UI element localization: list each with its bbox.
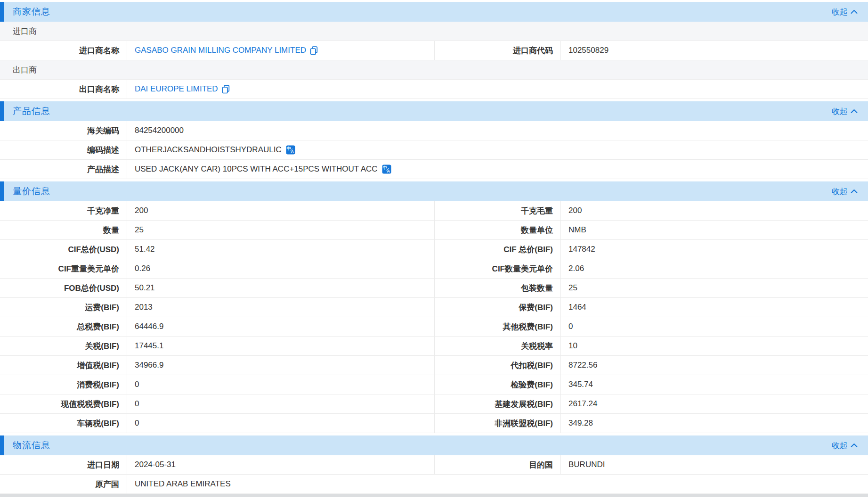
- section-header: 物流信息收起: [0, 435, 868, 455]
- field-value: 50.21: [135, 283, 155, 293]
- collapse-button[interactable]: 收起: [832, 7, 868, 17]
- collapse-button[interactable]: 收起: [832, 106, 868, 117]
- company-link[interactable]: GASABO GRAIN MILLING COMPANY LIMITED: [135, 46, 318, 55]
- field-value: 1464: [568, 303, 586, 312]
- svg-text:A: A: [387, 168, 390, 173]
- collapse-label: 收起: [832, 440, 848, 451]
- field-value: 345.74: [568, 380, 593, 389]
- field-label: 出口商名称: [0, 80, 127, 99]
- field-label: 代扣税(BIF): [435, 356, 561, 375]
- row-right-half: 包装数量25: [434, 279, 868, 297]
- field-value: 2617.24: [568, 399, 597, 409]
- row-left-half: 原产国UNITED ARAB EMIRATES: [0, 475, 434, 493]
- chevron-up-icon: [851, 9, 858, 14]
- field-label: 现值税税费(BIF): [0, 394, 127, 413]
- subsection-exporter: 出口商: [0, 60, 868, 80]
- field-value-cell: 25: [561, 279, 868, 297]
- field-label: 消费税(BIF): [0, 375, 127, 394]
- company-link[interactable]: DAI EUROPE LIMITED: [135, 84, 230, 94]
- section-title: 产品信息: [4, 105, 50, 117]
- field-value-cell: 349.28: [561, 414, 868, 433]
- field-row: 消费税(BIF)0检验费(BIF)345.74: [0, 375, 868, 394]
- field-value-cell: 0: [561, 317, 868, 336]
- field-value-cell: 2013: [127, 298, 434, 317]
- collapse-button[interactable]: 收起: [832, 186, 868, 197]
- field-value: 349.28: [568, 419, 593, 428]
- field-row: CIF重量美元单价0.26CIF数量美元单价2.06: [0, 259, 868, 279]
- field-label: CIF 总价(BIF): [435, 240, 561, 259]
- field-value-cell: 200: [127, 201, 434, 220]
- subsection-label: 进口商: [13, 26, 37, 37]
- copy-icon[interactable]: [310, 46, 318, 55]
- field-label: 检验费(BIF): [435, 375, 561, 394]
- field-value-cell: 1464: [561, 298, 868, 317]
- collapse-label: 收起: [832, 186, 848, 197]
- field-label: 其他税费(BIF): [435, 317, 561, 336]
- field-value: 0: [135, 419, 139, 428]
- row-right-half: 进口商代码102550829: [434, 41, 868, 60]
- field-value-cell: 345.74: [561, 375, 868, 394]
- row-right-half: CIF数量美元单价2.06: [434, 259, 868, 278]
- translate-icon[interactable]: 中A: [286, 145, 295, 155]
- field-value: 2.06: [568, 264, 584, 273]
- section-price-quantity-info: 量价信息收起千克净重200千克毛重200数量25数量单位NMBCIF总价(USD…: [0, 181, 868, 433]
- field-value: NMB: [568, 225, 586, 235]
- field-row: 数量25数量单位NMB: [0, 221, 868, 240]
- field-value: 64446.9: [135, 322, 163, 331]
- field-row: 编码描述OTHERJACKSANDHOISTSHYDRAULIC中A: [0, 140, 868, 160]
- row-right-half: 数量单位NMB: [434, 221, 868, 239]
- field-label: 千克净重: [0, 201, 127, 220]
- company-name: GASABO GRAIN MILLING COMPANY LIMITED: [135, 46, 306, 55]
- field-value-cell: OTHERJACKSANDHOISTSHYDRAULIC中A: [127, 140, 868, 159]
- section-accent-bar: [0, 181, 4, 201]
- field-value-cell: GASABO GRAIN MILLING COMPANY LIMITED: [127, 41, 434, 60]
- field-label: 数量单位: [435, 221, 561, 239]
- field-label: 总税费(BIF): [0, 317, 127, 336]
- row-left-half: 进口日期2024-05-31: [0, 455, 434, 474]
- field-label: CIF数量美元单价: [435, 259, 561, 278]
- row-left-half: 现值税税费(BIF)0: [0, 394, 434, 413]
- field-value-cell: 8722.56: [561, 356, 868, 375]
- field-value: 200: [135, 206, 148, 215]
- row-left-half: 总税费(BIF)64446.9: [0, 317, 434, 336]
- field-value-cell: 10: [561, 337, 868, 355]
- field-label: CIF总价(USD): [0, 240, 127, 259]
- chevron-up-icon: [851, 443, 858, 448]
- row-right-half: 非洲联盟税(BIF)349.28: [434, 414, 868, 433]
- field-label: 目的国: [435, 455, 561, 474]
- chevron-up-icon: [851, 189, 858, 194]
- field-value-cell: 25: [127, 221, 434, 239]
- row-right-half: 关税税率10: [434, 337, 868, 355]
- field-value: BURUNDI: [568, 460, 605, 469]
- field-value: UNITED ARAB EMIRATES: [135, 479, 231, 489]
- row-right-half: 目的国BURUNDI: [434, 455, 868, 474]
- field-label: 海关编码: [0, 121, 127, 140]
- field-value-cell: 0: [127, 394, 434, 413]
- field-label: FOB总价(USD): [0, 279, 127, 297]
- translate-icon[interactable]: 中A: [382, 164, 391, 174]
- field-row: 现值税税费(BIF)0基建发展税(BIF)2617.24: [0, 394, 868, 414]
- field-label: 进口日期: [0, 455, 127, 474]
- field-row: 千克净重200千克毛重200: [0, 201, 868, 221]
- field-label: 包装数量: [435, 279, 561, 297]
- field-row: 总税费(BIF)64446.9其他税费(BIF)0: [0, 317, 868, 337]
- section-title: 商家信息: [4, 6, 50, 18]
- field-label: 车辆税(BIF): [0, 414, 127, 433]
- field-value: 2024-05-31: [135, 460, 176, 469]
- field-value: 10: [568, 341, 577, 351]
- field-value: 200: [568, 206, 582, 215]
- section-header: 量价信息收起: [0, 181, 868, 201]
- copy-icon[interactable]: [222, 85, 230, 94]
- row-right-half: 代扣税(BIF)8722.56: [434, 356, 868, 375]
- row-left-half: CIF重量美元单价0.26: [0, 259, 434, 278]
- collapse-label: 收起: [832, 106, 848, 117]
- svg-text:A: A: [291, 149, 294, 154]
- field-value: 25: [568, 283, 577, 293]
- field-value-cell: USED JACK(ANY CAR) 10PCS WITH ACC+15PCS …: [127, 160, 868, 179]
- field-value-cell: 2.06: [561, 259, 868, 278]
- section-logistics-info: 物流信息收起进口日期2024-05-31目的国BURUNDI原产国UNITED …: [0, 435, 868, 494]
- field-value: 0.26: [135, 264, 150, 273]
- field-label: CIF重量美元单价: [0, 259, 127, 278]
- field-label: 原产国: [0, 475, 127, 493]
- collapse-button[interactable]: 收起: [832, 440, 868, 451]
